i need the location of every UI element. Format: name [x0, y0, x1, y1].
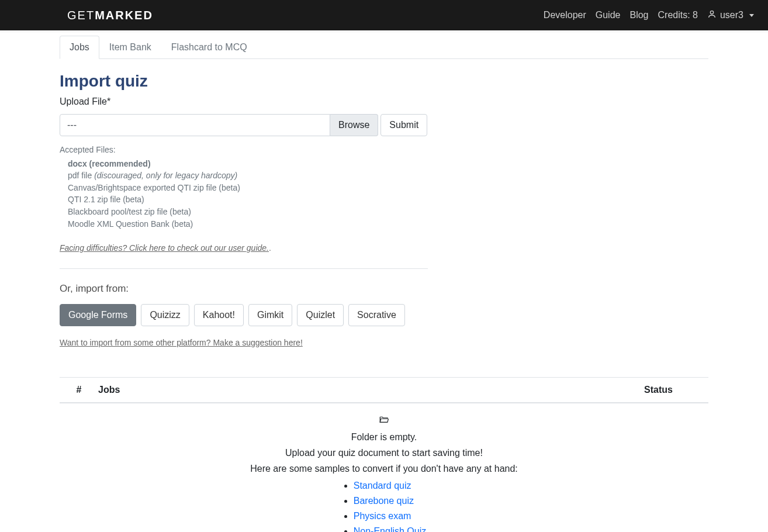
- browse-button[interactable]: Browse: [330, 114, 378, 136]
- svg-point-0: [710, 11, 713, 14]
- sample-physics-exam[interactable]: Physics exam: [354, 511, 411, 521]
- brand-logo[interactable]: GETMARKED: [67, 9, 153, 22]
- file-upload-row: --- Browse Submit: [60, 114, 708, 136]
- user-icon: [707, 9, 717, 21]
- page-title: Import quiz: [60, 72, 708, 91]
- accepted-heading: Accepted Files:: [60, 145, 116, 154]
- chip-socrative[interactable]: Socrative: [348, 304, 405, 326]
- sample-non-english-quiz[interactable]: Non-English Quiz: [354, 526, 427, 532]
- navbar-shadow: [0, 30, 768, 31]
- nav-blog[interactable]: Blog: [629, 10, 648, 20]
- chip-quizizz[interactable]: Quizizz: [141, 304, 189, 326]
- jobs-table: # Jobs Status Folder is empty. Upload yo…: [60, 377, 708, 532]
- chip-google-forms[interactable]: Google Forms: [60, 304, 136, 326]
- nav-guide[interactable]: Guide: [596, 10, 621, 20]
- accepted-docx: docx (recommended): [68, 159, 151, 168]
- top-navbar: GETMARKED Developer Guide Blog Credits: …: [0, 0, 768, 30]
- main-tabs: Jobs Item Bank Flashcard to MCQ: [60, 36, 708, 59]
- sample-barebone-quiz[interactable]: Barebone quiz: [354, 496, 414, 506]
- tab-jobs[interactable]: Jobs: [60, 36, 99, 59]
- empty-state: Folder is empty. Upload your quiz docume…: [60, 414, 708, 532]
- submit-button[interactable]: Submit: [380, 114, 427, 136]
- accepted-blackboard: Blackboard pool/test zip file (beta): [68, 206, 428, 218]
- chevron-down-icon: [749, 14, 754, 17]
- tab-flashcard-to-mcq[interactable]: Flashcard to MCQ: [161, 36, 257, 59]
- suggest-platform-link[interactable]: Want to import from some other platform?…: [60, 338, 303, 347]
- folder-open-icon: [60, 414, 708, 429]
- col-num: #: [60, 385, 98, 395]
- chip-quizlet[interactable]: Quizlet: [297, 304, 344, 326]
- sample-standard-quiz[interactable]: Standard quiz: [354, 481, 411, 490]
- col-status: Status: [644, 385, 708, 395]
- help-link-suffix: .: [269, 243, 271, 253]
- accepted-canvas: Canvas/Brightspace exported QTI zip file…: [68, 182, 428, 194]
- table-header: # Jobs Status: [60, 377, 708, 403]
- tab-item-bank[interactable]: Item Bank: [99, 36, 161, 59]
- file-input[interactable]: ---: [60, 114, 330, 136]
- nav-developer[interactable]: Developer: [544, 10, 586, 20]
- accepted-pdf-prefix: pdf file: [68, 171, 94, 180]
- col-jobs: Jobs: [98, 385, 644, 395]
- upload-label: Upload File*: [60, 96, 708, 107]
- nav-right: Developer Guide Blog Credits: 8 user3: [544, 9, 754, 21]
- accepted-qti: QTI 2.1 zip file (beta): [68, 194, 428, 206]
- accepted-files: Accepted Files: docx (recommended) pdf f…: [60, 144, 428, 230]
- accepted-moodle: Moodle XML Question Bank (beta): [68, 219, 428, 230]
- help-guide-link[interactable]: Facing difficulties? Click here to check…: [60, 243, 269, 253]
- empty-line2: Upload your quiz document to start savin…: [60, 446, 708, 461]
- import-from-label: Or, import from:: [60, 283, 708, 295]
- empty-line3: Here are some samples to convert if you …: [60, 462, 708, 476]
- nav-user-menu[interactable]: user3: [707, 9, 754, 21]
- chip-gimkit[interactable]: Gimkit: [248, 304, 292, 326]
- brand-bold: MARKED: [95, 9, 153, 22]
- empty-line1: Folder is empty.: [60, 430, 708, 445]
- accepted-pdf-note: (discouraged, only for legacy hardcopy): [94, 171, 237, 180]
- nav-username: user3: [720, 10, 743, 20]
- nav-credits[interactable]: Credits: 8: [658, 10, 698, 20]
- brand-thin: GET: [67, 9, 95, 22]
- import-platforms: Google Forms Quizizz Kahoot! Gimkit Quiz…: [60, 304, 708, 326]
- chip-kahoot[interactable]: Kahoot!: [194, 304, 244, 326]
